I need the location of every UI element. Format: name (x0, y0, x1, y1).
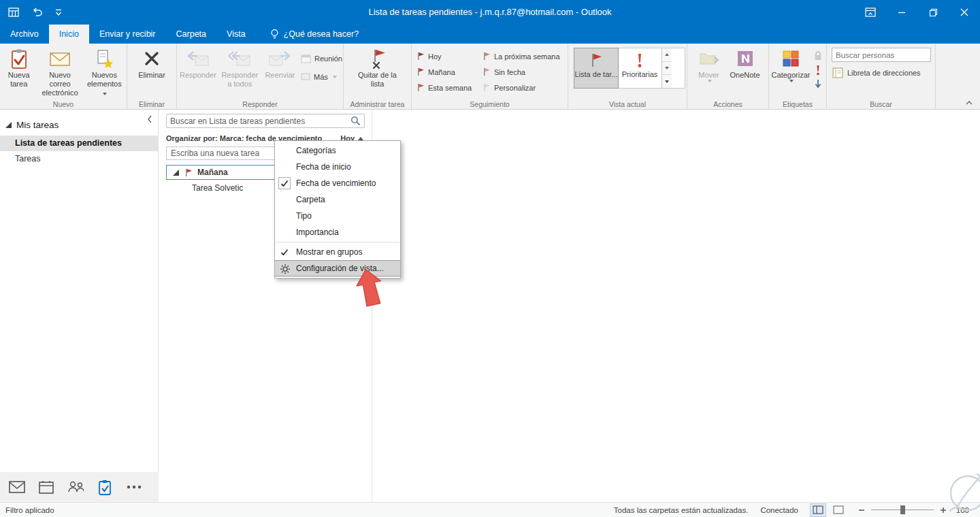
task-item[interactable]: Tarea Solvetic (192, 183, 243, 193)
mas-button[interactable]: Más (298, 69, 342, 84)
menu-item-carpeta[interactable]: Carpeta (275, 191, 400, 208)
view-lista-de-tareas[interactable]: Lista de tar... (574, 48, 618, 88)
zoom-slider-handle[interactable] (900, 505, 905, 514)
gallery-more-button[interactable] (662, 75, 672, 88)
group-label-seguimiento: Seguimiento (412, 100, 568, 108)
view-prioritarias-label: Prioritarias (622, 70, 658, 78)
ribbon-group-buscar: Libreta de direcciones Buscar (827, 44, 936, 109)
categorizar-button[interactable]: Categorizar (770, 45, 811, 99)
customize-qat-icon[interactable] (55, 9, 62, 16)
tab-enviar-recibir[interactable]: Enviar y recibir (89, 25, 166, 44)
mail-nav-icon (9, 481, 25, 493)
nuevo-correo-button[interactable]: Nuevo correo electrónico (36, 45, 83, 99)
eliminar-button[interactable]: Eliminar (131, 45, 172, 99)
tasks-nav-button[interactable] (97, 478, 113, 496)
flag-icon (482, 83, 491, 92)
mover-button[interactable]: Mover (692, 45, 726, 99)
zoom-percentage[interactable]: 100 (953, 506, 969, 514)
people-nav-button[interactable] (67, 478, 84, 496)
tab-carpeta[interactable]: Carpeta (166, 25, 216, 44)
ribbon-group-nuevo: Nueva tarea Nuevo correo electrónico Nue… (0, 44, 127, 109)
window-controls (855, 0, 980, 25)
manana-button[interactable]: Mañana (413, 64, 479, 80)
sidebar-item-tareas[interactable]: Tareas (0, 151, 158, 167)
restore-button[interactable] (917, 0, 949, 25)
responder-button[interactable]: Responder (178, 45, 218, 99)
quick-access-toolbar (0, 7, 62, 17)
hoy-button[interactable]: Hoy (413, 48, 479, 64)
tell-me-label: ¿Qué desea hacer? (284, 29, 359, 39)
proxima-semana-button[interactable]: La próxima semana (479, 48, 566, 64)
move-icon (699, 48, 719, 69)
menu-item-label: Categorías (296, 146, 336, 155)
calendar-nav-button[interactable] (38, 478, 54, 496)
group-label-buscar: Buscar (827, 100, 935, 108)
nueva-tarea-label: Nueva tarea (3, 71, 35, 89)
menu-item-importancia[interactable]: Importancia (275, 224, 400, 240)
onenote-button[interactable]: OneNote (726, 45, 764, 99)
flag-icon (482, 52, 491, 61)
lock-icon (813, 50, 823, 61)
view-prioritarias[interactable]: Prioritarias (618, 48, 662, 88)
flag-icon (416, 83, 425, 92)
ribbon: Nueva tarea Nuevo correo electrónico Nue… (0, 44, 980, 110)
eliminar-label: Eliminar (138, 71, 165, 80)
mail-nav-button[interactable] (9, 478, 25, 496)
lock-button[interactable] (813, 50, 823, 61)
zoom-slider[interactable] (871, 510, 934, 510)
more-nav-button[interactable] (126, 478, 142, 496)
search-icon[interactable] (350, 116, 361, 126)
buscar-personas-input[interactable] (832, 48, 931, 62)
tab-vista[interactable]: Vista (216, 25, 256, 44)
close-button[interactable] (949, 0, 980, 25)
responder-a-todos-button[interactable]: Responder a todos (218, 45, 262, 99)
menu-item-mostrar-en-grupos[interactable]: Mostrar en grupos (275, 244, 400, 260)
my-tasks-header[interactable]: Mis tareas (0, 110, 158, 136)
esta-semana-button[interactable]: Esta semana (413, 80, 479, 95)
proxima-semana-label: La próxima semana (494, 52, 560, 61)
reenviar-button[interactable]: Reenviar (262, 45, 298, 99)
minimize-folder-pane-button[interactable] (147, 115, 152, 123)
reunion-button[interactable]: Reunión (298, 50, 342, 66)
ribbon-display-options-button[interactable] (855, 0, 886, 25)
reading-view-button[interactable] (831, 504, 846, 516)
libreta-direcciones-button[interactable]: Libreta de direcciones (832, 67, 934, 78)
tab-tell-me[interactable]: ¿Qué desea hacer? (260, 25, 370, 44)
gallery-scroll-down-button[interactable] (662, 62, 672, 76)
minimize-button[interactable] (886, 0, 917, 25)
zoom-out-button[interactable] (858, 507, 865, 514)
nuevo-correo-label: Nuevo correo electrónico (37, 71, 82, 97)
window-grid-icon[interactable] (8, 7, 19, 17)
nuevos-elementos-button[interactable]: Nuevos elementos (84, 45, 125, 99)
sidebar-item-lista-tareas-pendientes[interactable]: Lista de tareas pendientes (0, 136, 158, 151)
zoom-in-button[interactable] (940, 507, 947, 514)
sin-fecha-button[interactable]: Sin fecha (479, 64, 566, 80)
menu-item-tipo[interactable]: Tipo (275, 208, 400, 224)
group-label-acciones: Acciones (687, 100, 768, 108)
menu-item-fecha-inicio[interactable]: Fecha de inicio (275, 159, 400, 175)
mas-label: Más (314, 73, 328, 81)
sort-direction-icon[interactable] (358, 137, 363, 140)
gallery-more-icon (665, 80, 669, 83)
search-input[interactable] (167, 116, 350, 126)
priority-icon (636, 52, 644, 68)
esta-semana-label: Esta semana (428, 84, 472, 92)
personalizar-label: Personalizar (494, 84, 536, 92)
menu-item-categorias[interactable]: Categorías (275, 142, 400, 159)
dropdown-caret-icon (789, 80, 794, 82)
normal-view-button[interactable] (811, 504, 826, 516)
tab-inicio[interactable]: Inicio (49, 25, 89, 44)
importance-low-button[interactable] (814, 79, 822, 89)
collapse-ribbon-button[interactable] (965, 100, 973, 106)
tab-archivo[interactable]: Archivo (0, 25, 49, 44)
gallery-scroll-up-button[interactable] (662, 48, 672, 62)
ribbon-group-etiquetas: Categorizar Etiquetas (769, 44, 827, 109)
personalizar-button[interactable]: Personalizar (479, 80, 566, 95)
nueva-tarea-button[interactable]: Nueva tarea (1, 45, 36, 99)
undo-icon[interactable] (31, 7, 43, 17)
flag-icon (589, 52, 603, 68)
importance-high-button[interactable] (815, 65, 821, 76)
menu-item-fecha-vencimiento[interactable]: Fecha de vencimiento (275, 175, 400, 191)
quitar-de-la-lista-button[interactable]: Quitar de la lista (348, 45, 408, 99)
new-items-icon (95, 48, 114, 69)
